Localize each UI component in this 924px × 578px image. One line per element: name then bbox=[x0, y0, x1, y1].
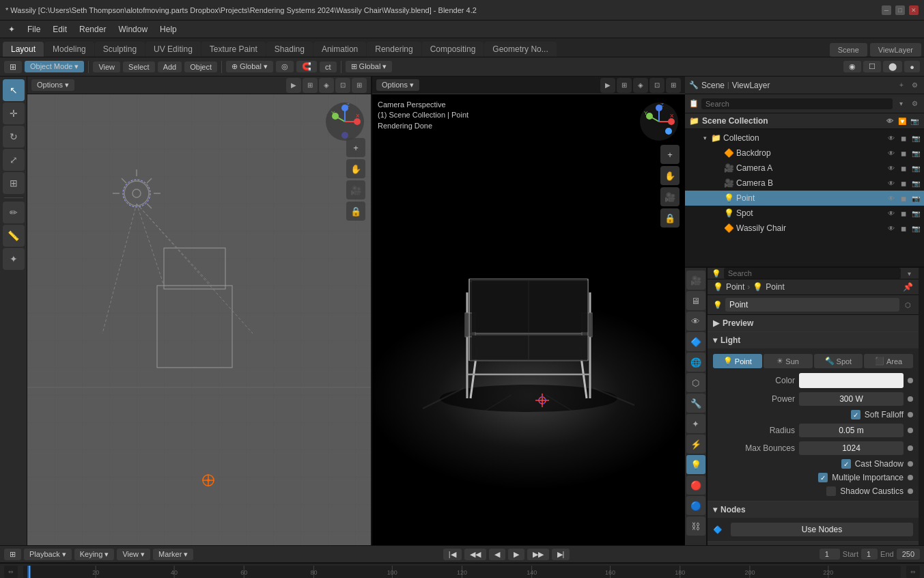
add-tool[interactable]: ✦ bbox=[3, 248, 25, 270]
start-frame[interactable]: 1 bbox=[861, 549, 878, 560]
cast-shadow-checkbox[interactable]: ✓ bbox=[841, 459, 851, 469]
props-icon-shader[interactable]: 🔵 bbox=[686, 496, 705, 515]
vp-left-view-btn1[interactable]: ▶ bbox=[286, 78, 301, 93]
snap-btn[interactable]: 🧲 bbox=[296, 61, 317, 72]
collection-arrow[interactable]: ▾ bbox=[701, 134, 709, 142]
timeline-right-handle[interactable]: ⇔ bbox=[906, 566, 920, 578]
timeline-editor-btn[interactable]: ⊞ bbox=[4, 549, 21, 560]
coll-render[interactable]: 📷 bbox=[910, 133, 921, 143]
props-pin-btn[interactable]: 📌 bbox=[903, 282, 913, 292]
outliner-item-collection[interactable]: ▾ 📁 Collection 👁 ◼ 📷 bbox=[685, 130, 924, 146]
mb-dot[interactable] bbox=[908, 445, 913, 451]
light-section-header[interactable]: ▾ Light bbox=[708, 332, 919, 348]
orientation-gizmo-right[interactable]: X Y Z bbox=[639, 101, 680, 142]
overlay-btn[interactable]: ◉ bbox=[843, 61, 861, 72]
zoom-in-btn[interactable]: + bbox=[346, 138, 365, 157]
zoom-in-right[interactable]: + bbox=[660, 145, 680, 164]
outliner-search-input[interactable] bbox=[701, 98, 893, 109]
sf-dot[interactable] bbox=[908, 412, 913, 417]
scene-filter-btn[interactable]: ⚙ bbox=[909, 80, 920, 91]
tab-sculpting[interactable]: Sculpting bbox=[95, 42, 145, 57]
props-icon-modifiers[interactable]: 🔧 bbox=[686, 394, 705, 413]
jump-end-btn[interactable]: ▶| bbox=[552, 549, 570, 560]
timeline-left-handle[interactable]: ⇔ bbox=[4, 566, 18, 578]
color-dot[interactable] bbox=[908, 378, 913, 383]
timeline-view-btn[interactable]: View ▾ bbox=[117, 549, 150, 560]
cb-eye[interactable]: 👁 bbox=[886, 178, 897, 189]
custom-props-header[interactable]: ▶ Custom Properties bbox=[708, 542, 919, 545]
bd-restrict[interactable]: ◼ bbox=[898, 148, 909, 159]
add-menu[interactable]: Add bbox=[158, 61, 182, 72]
color-value[interactable] bbox=[799, 373, 904, 388]
outliner-settings-btn[interactable]: ⚙ bbox=[909, 98, 920, 109]
timeline-track[interactable]: 20 40 60 80 100 120 140 160 180 200 bbox=[23, 566, 901, 578]
editor-type-btn[interactable]: ⊞ bbox=[4, 61, 22, 73]
props-fake-user[interactable]: ⬡ bbox=[902, 299, 913, 310]
view-layer-selector[interactable]: ViewLayer bbox=[870, 43, 921, 57]
lock-right[interactable]: 🔒 bbox=[660, 208, 680, 228]
object-menu[interactable]: Object bbox=[184, 61, 217, 72]
measure-tool[interactable]: 📏 bbox=[3, 225, 25, 247]
shading-solid[interactable]: ⬤ bbox=[883, 61, 902, 72]
minimize-button[interactable]: ─ bbox=[882, 5, 891, 15]
tab-animation[interactable]: Animation bbox=[313, 42, 366, 57]
light-type-point[interactable]: 💡 Point bbox=[713, 354, 762, 368]
wc-eye[interactable]: 👁 bbox=[886, 223, 897, 234]
viewport-back-orthographic[interactable]: Options ▾ ▶ ⊞ ◈ ⊡ ⊞ Back Orthographic (1… bbox=[27, 77, 372, 545]
help-menu[interactable]: Help bbox=[154, 23, 182, 36]
shadow-caustics-checkbox[interactable] bbox=[826, 486, 836, 496]
outliner-filter-btn[interactable]: ▾ bbox=[895, 98, 906, 109]
vp-left-view-btn2[interactable]: ⊞ bbox=[303, 78, 318, 93]
marker-btn[interactable]: Marker ▾ bbox=[153, 549, 193, 560]
power-dot[interactable] bbox=[908, 396, 913, 402]
scene-add-btn[interactable]: + bbox=[896, 80, 907, 91]
use-nodes-btn[interactable]: Use Nodes bbox=[731, 523, 913, 536]
sp-render[interactable]: 📷 bbox=[910, 208, 921, 219]
edit-menu[interactable]: Edit bbox=[47, 23, 72, 36]
vp-right-view-btn3[interactable]: ◈ bbox=[633, 78, 648, 93]
props-icon-render[interactable]: 🎥 bbox=[686, 271, 705, 290]
play-back-btn[interactable]: ◀ bbox=[489, 549, 505, 560]
outliner-item-camera-a[interactable]: ▶ 🎥 Camera A 👁 ◼ 📷 bbox=[685, 161, 924, 176]
vp-right-view-btn2[interactable]: ⊞ bbox=[617, 78, 632, 93]
transform-global[interactable]: ⊕ Global ▾ bbox=[226, 61, 273, 72]
tab-compositing[interactable]: Compositing bbox=[422, 42, 484, 57]
move-tool[interactable]: ✛ bbox=[3, 102, 25, 124]
ca-restrict[interactable]: ◼ bbox=[898, 163, 909, 174]
annotate-tool[interactable]: ✏ bbox=[3, 202, 25, 223]
bd-eye[interactable]: 👁 bbox=[886, 148, 897, 159]
tab-shading[interactable]: Shading bbox=[266, 42, 313, 57]
blender-logo[interactable]: ✦ bbox=[3, 23, 20, 36]
current-frame[interactable]: 1 bbox=[820, 549, 840, 560]
mi-dot[interactable] bbox=[908, 475, 913, 480]
vp-right-options[interactable]: Options ▾ bbox=[376, 79, 419, 91]
camera-right[interactable]: 🎥 bbox=[660, 187, 680, 206]
step-fwd-btn[interactable]: ▶▶ bbox=[527, 549, 549, 560]
proportional-edit[interactable]: ct bbox=[320, 61, 337, 72]
radius-value[interactable]: 0.05 m bbox=[799, 424, 904, 437]
viewport-camera-perspective[interactable]: Options ▾ ▶ ⊞ ◈ ⊡ ⊞ Camera Perspective (… bbox=[372, 77, 685, 545]
outliner-item-camera-b[interactable]: ▶ 🎥 Camera B 👁 ◼ 📷 bbox=[685, 176, 924, 191]
xray-btn[interactable]: ☐ bbox=[863, 61, 881, 72]
global-btn[interactable]: ⊞ Global ▾ bbox=[346, 61, 393, 72]
pt-restrict[interactable]: ◼ bbox=[898, 193, 909, 204]
sc-eye-btn[interactable]: 👁 bbox=[884, 115, 895, 126]
tab-uv-editing[interactable]: UV Editing bbox=[145, 42, 201, 57]
object-mode-btn[interactable]: Object Mode ▾ bbox=[25, 61, 84, 72]
keying-btn[interactable]: Keying ▾ bbox=[74, 549, 115, 560]
vp-right-view-btn4[interactable]: ⊡ bbox=[649, 78, 664, 93]
file-menu[interactable]: File bbox=[22, 23, 46, 36]
radius-dot[interactable] bbox=[908, 428, 913, 433]
shading-rendered[interactable]: ● bbox=[904, 61, 920, 72]
playback-btn[interactable]: Playback ▾ bbox=[24, 549, 72, 560]
tab-texture-paint[interactable]: Texture Paint bbox=[201, 42, 266, 57]
sp-eye[interactable]: 👁 bbox=[886, 208, 897, 219]
sc-render-btn[interactable]: 📷 bbox=[909, 115, 920, 126]
props-icon-output[interactable]: 🖥 bbox=[686, 291, 705, 310]
cb-render[interactable]: 📷 bbox=[910, 178, 921, 189]
props-icon-material[interactable]: 🔴 bbox=[686, 476, 705, 495]
window-menu[interactable]: Window bbox=[113, 23, 153, 36]
light-type-spot[interactable]: 🔦 Spot bbox=[814, 354, 863, 368]
props-icon-object[interactable]: ⬡ bbox=[686, 373, 705, 392]
tab-modeling[interactable]: Modeling bbox=[44, 42, 94, 57]
